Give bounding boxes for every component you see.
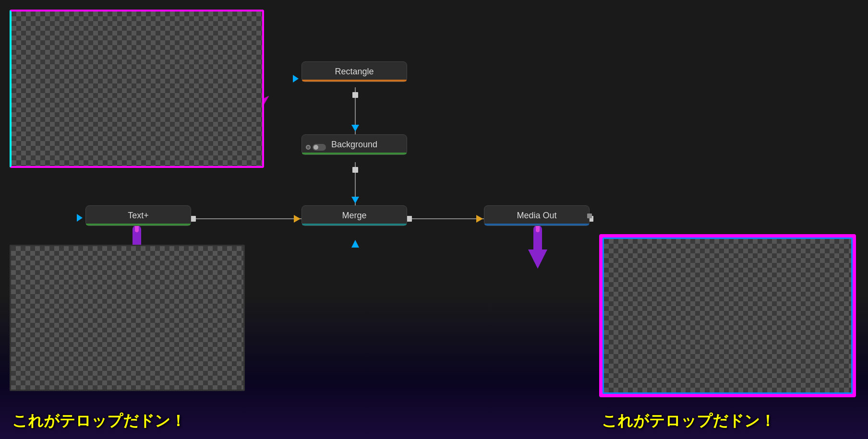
- svg-rect-1: [352, 92, 358, 98]
- node-rectangle-label: Rectangle: [325, 62, 383, 80]
- svg-marker-13: [351, 240, 359, 248]
- port-circle: [306, 145, 311, 150]
- toggle-switch[interactable]: [313, 144, 326, 151]
- svg-marker-8: [294, 215, 301, 223]
- node-merge[interactable]: Merge: [301, 205, 407, 226]
- node-media-out-label: Media Out: [507, 206, 566, 224]
- preview-bottom-left: [10, 245, 245, 391]
- node-background-label: Background: [322, 135, 387, 153]
- svg-rect-4: [352, 167, 358, 173]
- node-background-bar: [302, 153, 407, 154]
- svg-marker-14: [293, 75, 299, 83]
- svg-marker-24: [528, 249, 547, 269]
- port-right: [587, 214, 592, 218]
- preview-bottom-right: [599, 234, 856, 397]
- node-merge-label: Merge: [332, 206, 376, 224]
- label-jp-bottom-left: これがテロップだドン！: [12, 411, 186, 432]
- node-text-plus[interactable]: Text+: [85, 205, 191, 226]
- svg-marker-11: [476, 215, 483, 223]
- node-background[interactable]: Background: [301, 134, 407, 155]
- svg-marker-2: [351, 125, 359, 131]
- node-media-out-bar: [484, 224, 589, 225]
- node-rectangle[interactable]: Rectangle: [301, 61, 407, 82]
- node-merge-bar: [302, 224, 407, 225]
- node-text-plus-label: Text+: [118, 206, 158, 224]
- node-media-out[interactable]: Media Out: [484, 205, 590, 226]
- node-rectangle-bar: [302, 80, 407, 82]
- preview-top-left: [10, 10, 264, 168]
- node-text-plus-bar: [86, 224, 191, 225]
- svg-marker-5: [351, 197, 359, 203]
- label-jp-bottom-right: これがテロップだドン！: [602, 411, 775, 432]
- svg-marker-15: [77, 214, 83, 222]
- toggle-knob: [313, 145, 318, 150]
